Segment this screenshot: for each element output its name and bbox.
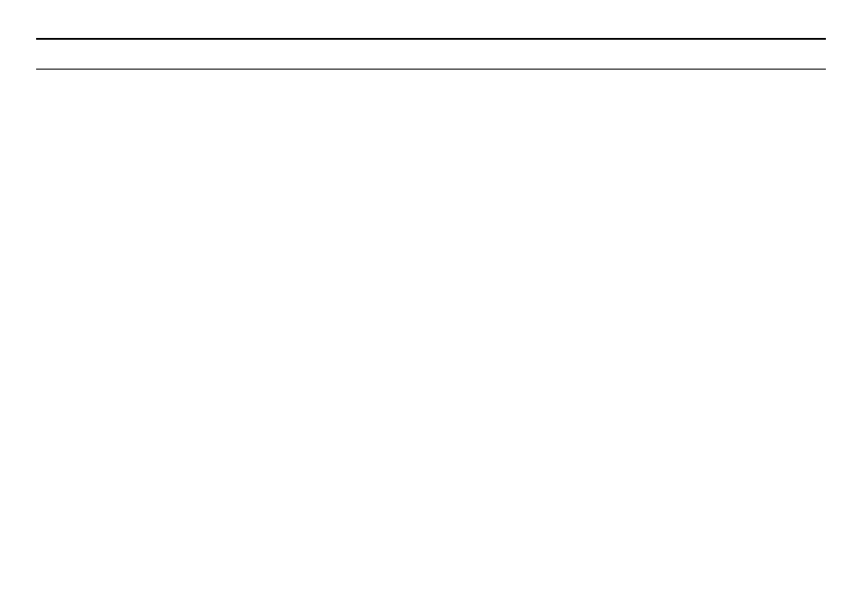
footer-line bbox=[36, 69, 826, 70]
page bbox=[0, 0, 862, 106]
header bbox=[36, 27, 826, 40]
